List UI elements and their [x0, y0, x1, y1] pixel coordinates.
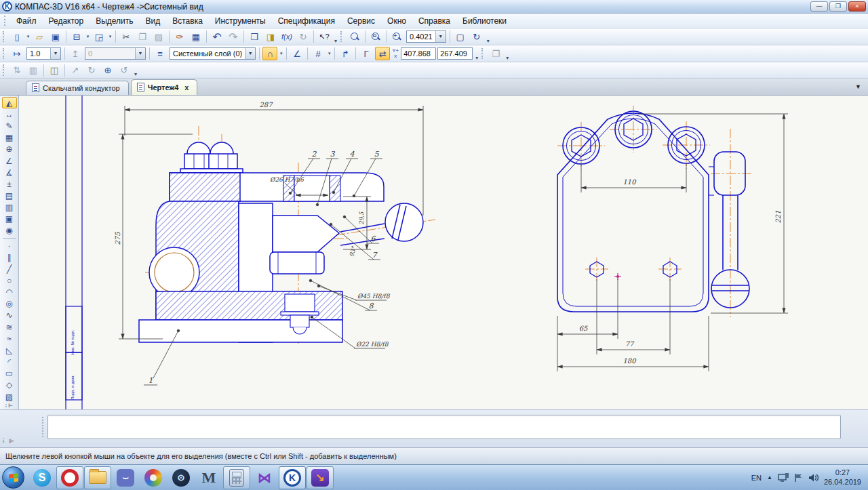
- editing-tool-button[interactable]: ⊕: [2, 144, 17, 155]
- chamfer-tool-button[interactable]: ◺: [2, 344, 17, 356]
- open-button[interactable]: ▱: [32, 30, 47, 43]
- print-preview-button[interactable]: ◲: [92, 30, 106, 43]
- format-brush-button[interactable]: ✑: [172, 30, 187, 43]
- segment-tool-button[interactable]: ╱: [2, 263, 17, 274]
- print-dropdown[interactable]: ▾: [85, 34, 91, 39]
- snap-dropdown[interactable]: ▾: [278, 51, 284, 56]
- volume-icon[interactable]: [808, 473, 818, 483]
- properties-table-button[interactable]: ▦: [189, 30, 203, 43]
- zoom-area-button[interactable]: [368, 30, 383, 43]
- menu-window[interactable]: Окно: [381, 15, 412, 27]
- update-button[interactable]: ⊕: [100, 64, 115, 77]
- insert-tool-button[interactable]: ▣: [2, 213, 17, 225]
- link-button[interactable]: ↗: [68, 64, 83, 77]
- start-button[interactable]: [2, 466, 24, 489]
- reports-tool-button[interactable]: ▥: [2, 202, 17, 213]
- snap-magnet-button[interactable]: ∩: [262, 47, 277, 60]
- new-document-dropdown[interactable]: ▾: [25, 34, 31, 39]
- help-pointer-button[interactable]: ↖?: [317, 30, 332, 43]
- fx-button[interactable]: f(x): [279, 30, 294, 43]
- cursor-step-button[interactable]: ↦: [9, 47, 24, 60]
- menu-help[interactable]: Справка: [412, 15, 456, 27]
- grid-button[interactable]: #: [311, 47, 326, 60]
- property-input-area[interactable]: [47, 415, 841, 439]
- refresh-view-button[interactable]: ↻: [469, 30, 484, 43]
- toolbar-overflow[interactable]: ▾: [334, 38, 337, 45]
- menu-view[interactable]: Вид: [140, 15, 167, 27]
- toolbar-overflow[interactable]: ▾: [134, 71, 137, 78]
- menu-specification[interactable]: Спецификация: [272, 15, 341, 27]
- ortho-button[interactable]: Γ: [359, 47, 374, 60]
- grid-dropdown[interactable]: ▾: [326, 51, 332, 56]
- taskbar-calculator[interactable]: [223, 466, 250, 489]
- menu-file[interactable]: Файл: [10, 15, 43, 27]
- taskbar-mediaget[interactable]: ↘: [307, 466, 334, 489]
- cut-button[interactable]: ✂: [119, 30, 134, 43]
- local-cs-button[interactable]: ↱: [338, 47, 353, 60]
- designations-psp-tool-button[interactable]: ▦: [2, 132, 17, 144]
- new-document-button[interactable]: ▯: [9, 30, 24, 43]
- taskbar-opera[interactable]: [56, 466, 83, 489]
- preview-dropdown[interactable]: ▾: [107, 34, 113, 39]
- taskbar-discord[interactable]: ⌣: [112, 466, 139, 489]
- tab-chertezh4[interactable]: Чертеж4 x: [131, 79, 198, 95]
- menu-tools[interactable]: Инструменты: [209, 15, 272, 27]
- bezier-tool-button[interactable]: ≈: [2, 333, 17, 344]
- redo-button[interactable]: ↷: [226, 30, 241, 43]
- tray-expand-icon[interactable]: ▲: [767, 474, 772, 481]
- ellipse-tool-button[interactable]: ◎: [2, 298, 17, 310]
- sheets-button[interactable]: ▥: [26, 64, 41, 77]
- menu-service[interactable]: Сервис: [341, 15, 381, 27]
- step-dropdown[interactable]: ▼: [50, 48, 60, 59]
- panel-expander[interactable]: ⁞ ⊩: [5, 403, 13, 409]
- tab-skalchatiy-konduktor[interactable]: Скальчатий кондуктор: [26, 81, 129, 95]
- circle-tool-button[interactable]: ○: [2, 274, 17, 286]
- close-button[interactable]: ×: [848, 1, 866, 12]
- point-tool-button[interactable]: ·: [2, 240, 17, 251]
- show-all-button[interactable]: ▢: [453, 30, 468, 43]
- convert-button[interactable]: ⇅: [9, 64, 24, 77]
- coord-y-field[interactable]: 267.409: [437, 47, 473, 60]
- zoom-scale-dropdown[interactable]: ▼: [435, 31, 446, 42]
- taskbar-clock[interactable]: 0:27 26.04.2019: [824, 468, 861, 487]
- copy-button[interactable]: ❐: [135, 30, 150, 43]
- drawing-canvas[interactable]: Инв. № подл. Подп. и дата: [19, 96, 868, 409]
- hatch-tool-button[interactable]: ▨: [2, 391, 17, 403]
- restore-button[interactable]: ❐: [829, 1, 847, 12]
- aux-step-button[interactable]: ↥: [68, 47, 83, 60]
- angle-snap-button[interactable]: ∠: [290, 47, 304, 60]
- toolbar-overflow[interactable]: ▾: [475, 55, 478, 62]
- save-button[interactable]: ▣: [48, 30, 63, 43]
- action-center-flag-icon[interactable]: [794, 473, 803, 483]
- designations-tool-button[interactable]: ✎: [2, 121, 17, 132]
- macro-tool-button[interactable]: ◉: [2, 225, 17, 237]
- menu-select[interactable]: Выделить: [90, 15, 139, 27]
- menu-insert[interactable]: Вставка: [166, 15, 209, 27]
- undo-button[interactable]: ↶: [210, 30, 224, 43]
- parametrization-tool-button[interactable]: ∠: [2, 155, 17, 167]
- rectangle-tool-button[interactable]: ▭: [2, 368, 17, 380]
- toolbar-overflow[interactable]: ▾: [506, 55, 509, 62]
- language-indicator[interactable]: EN: [751, 474, 762, 482]
- set-coords-button[interactable]: ❐: [488, 47, 503, 60]
- taskbar-kompas[interactable]: K: [279, 466, 306, 489]
- exchange-button[interactable]: ↻: [296, 30, 311, 43]
- rounding-button[interactable]: ⇄: [375, 47, 390, 60]
- taskbar-steam[interactable]: ⊙: [167, 466, 195, 489]
- menu-editor[interactable]: Редактор: [43, 15, 90, 27]
- taskbar-paint[interactable]: [140, 466, 167, 489]
- zoom-frame-button[interactable]: [347, 30, 362, 43]
- spline-tool-button[interactable]: ∿: [2, 310, 17, 321]
- taskbar-kmplayer[interactable]: ⋈: [251, 466, 278, 489]
- zoom-scale-combo[interactable]: 0.4021 ▼: [406, 30, 446, 43]
- paste-button[interactable]: ▨: [151, 30, 166, 43]
- tab-list-dropdown[interactable]: ▼: [848, 83, 868, 90]
- fillet-tool-button[interactable]: ◜: [2, 356, 17, 368]
- layer-dropdown[interactable]: ▼: [245, 48, 255, 59]
- variables-window-button[interactable]: ◨: [263, 30, 278, 43]
- network-icon[interactable]: [778, 473, 789, 483]
- arc-tool-button[interactable]: ◠: [2, 287, 17, 298]
- layer-combo[interactable]: Системный слой (0) ▼: [170, 47, 256, 60]
- panel-grips[interactable]: ⁞ ⊩: [3, 438, 16, 445]
- toolbar-overflow[interactable]: ▾: [487, 38, 490, 45]
